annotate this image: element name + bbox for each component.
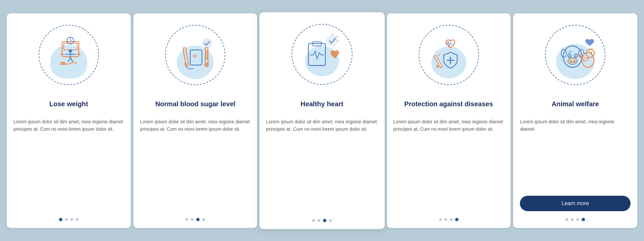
card-text: Lorem ipsum dolor sit dim amet, mea regi… <box>266 118 378 212</box>
cards-container: Lose weight Lorem ipsum dolor sit dim am… <box>7 13 637 228</box>
card-title: Lose weight <box>49 95 88 113</box>
dots-container <box>59 218 78 221</box>
card-blood-sugar: 82 Normal blood sugar level Lorem ipsum … <box>133 13 258 228</box>
dot <box>185 218 188 221</box>
icon-area-blood-sugar: 82 <box>162 21 229 88</box>
svg-text:82: 82 <box>193 54 197 58</box>
svg-line-34 <box>439 54 440 56</box>
dot <box>444 218 447 221</box>
blood-sugar-icon: 82 <box>172 32 219 78</box>
svg-point-24 <box>327 35 337 46</box>
svg-point-38 <box>574 61 575 62</box>
dot <box>59 218 62 221</box>
dot <box>202 218 205 221</box>
svg-point-5 <box>69 49 72 53</box>
dot <box>439 218 442 221</box>
dot <box>191 218 194 221</box>
svg-marker-11 <box>60 53 62 55</box>
svg-point-36 <box>568 58 577 64</box>
icon-area-healthy-heart <box>288 20 356 88</box>
dots-container <box>312 219 332 222</box>
svg-point-45 <box>569 50 572 53</box>
learn-more-button[interactable]: Learn more <box>520 196 631 211</box>
dot <box>582 218 585 221</box>
svg-point-40 <box>569 55 570 57</box>
svg-rect-14 <box>60 62 65 65</box>
dots-container <box>185 218 205 221</box>
animal-welfare-icon <box>552 32 599 78</box>
svg-point-15 <box>202 39 212 48</box>
svg-point-37 <box>570 61 572 62</box>
healthy-heart-icon <box>298 31 345 78</box>
card-text: Lorem ipsum dolor sit dim amet, mea regi… <box>13 118 124 211</box>
dot <box>455 218 459 221</box>
dot <box>329 219 332 222</box>
svg-point-48 <box>591 52 592 53</box>
card-title: Animal welfare <box>552 95 599 113</box>
dot <box>450 218 452 221</box>
dot <box>70 218 73 221</box>
svg-rect-23 <box>206 50 208 60</box>
card-text: Lorem ipsum dolor sit dim amet, mea regi… <box>520 118 631 190</box>
card-title: Normal blood sugar level <box>155 95 235 113</box>
card-title: Protection against diseases <box>404 95 493 113</box>
card-healthy-heart: Healthy heart Lorem ipsum dolor sit dim … <box>259 12 384 229</box>
protection-icon <box>425 32 472 78</box>
card-title: Healthy heart <box>301 95 343 113</box>
dot <box>312 219 315 222</box>
dot <box>571 218 574 221</box>
icon-area-protection <box>415 21 482 88</box>
dot <box>576 218 579 221</box>
card-protection-diseases: Protection against diseases Lorem ipsum … <box>387 13 511 228</box>
dot <box>76 218 78 221</box>
card-lose-weight: Lose weight Lorem ipsum dolor sit dim am… <box>7 13 131 228</box>
dot <box>318 219 320 222</box>
svg-point-22 <box>204 63 209 67</box>
dot <box>323 219 326 222</box>
card-text: Lorem ipsum dolor sit dim amet, mea regi… <box>140 118 251 211</box>
svg-marker-13 <box>79 53 80 55</box>
dot <box>65 218 68 221</box>
lose-weight-icon <box>45 32 92 78</box>
dots-container <box>439 218 459 221</box>
card-animal-welfare: Animal welfare Lorem ipsum dolor sit dim… <box>513 13 637 228</box>
svg-line-26 <box>336 36 337 37</box>
dot <box>566 218 568 221</box>
svg-point-42 <box>575 55 577 57</box>
icon-area-animal-welfare <box>542 21 609 88</box>
card-text: Lorem ipsum dolor sit dim amet, mea regi… <box>393 118 504 211</box>
svg-rect-32 <box>434 55 442 68</box>
svg-line-8 <box>68 58 70 62</box>
svg-rect-28 <box>309 43 326 65</box>
svg-line-9 <box>70 58 73 62</box>
dots-container <box>566 218 585 221</box>
dot <box>196 218 200 221</box>
icon-area-lose-weight <box>35 21 102 88</box>
